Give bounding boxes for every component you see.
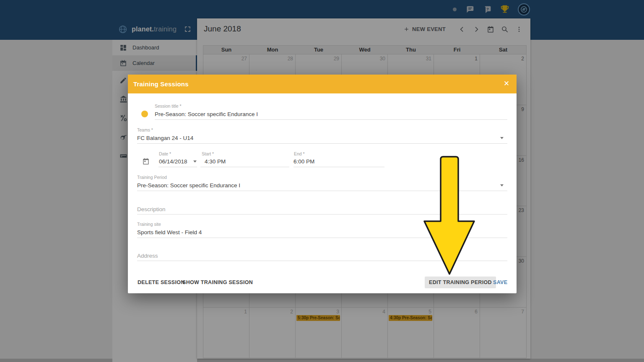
date-input[interactable]: 06/14/2018 [159,158,187,165]
end-underline [293,167,384,167]
date-dropdown-caret[interactable] [193,160,197,163]
session-title-label: Session title * [155,103,182,109]
training-period-select[interactable]: Pre-Season: Soccer specific Endurance I [137,182,240,189]
app-root: ? planet.training Dashboard Calendar [0,0,644,362]
teams-dropdown-caret[interactable] [500,137,504,139]
start-underline [200,167,289,167]
address-input[interactable]: Address [137,253,158,259]
dialog-title: Training Sessions [133,80,189,88]
training-period-label: Training Period [137,175,167,180]
training-site-underline [137,238,507,238]
session-title-underline [155,119,507,120]
end-label: End * [294,151,305,156]
dialog-header: Training Sessions ✕ [128,75,517,93]
delete-session-button[interactable]: DELETE SESSION [138,279,185,285]
date-picker-icon[interactable] [142,158,150,165]
address-underline [137,261,507,261]
show-training-session-button[interactable]: SHOW TRAINING SESSION [182,279,253,285]
training-session-dialog: Training Sessions ✕ Session title * Pre-… [128,75,517,293]
save-button[interactable]: SAVE [493,279,507,285]
teams-label: Teams * [137,127,153,132]
end-time-input[interactable]: 6:00 PM [293,158,314,165]
session-title-input[interactable]: Pre-Season: Soccer specific Endurance I [155,111,258,117]
training-site-label: Training site [137,222,161,227]
training-period-dropdown-caret[interactable] [500,184,504,186]
teams-select[interactable]: FC Balangan 24 - U14 [137,135,193,141]
start-label: Start * [202,151,214,156]
start-time-input[interactable]: 4:30 PM [205,158,226,165]
session-color-dot[interactable] [141,111,148,117]
close-icon[interactable]: ✕ [502,79,511,88]
description-underline [137,214,507,215]
date-label: Date * [159,151,171,156]
date-underline [158,167,197,167]
teams-underline [137,143,507,144]
description-input[interactable]: Description [137,206,166,212]
edit-training-period-button[interactable]: EDIT TRAINING PERIOD [425,277,496,288]
training-site-input[interactable]: Sports field West - Field 4 [137,229,202,235]
training-period-underline [137,191,507,191]
